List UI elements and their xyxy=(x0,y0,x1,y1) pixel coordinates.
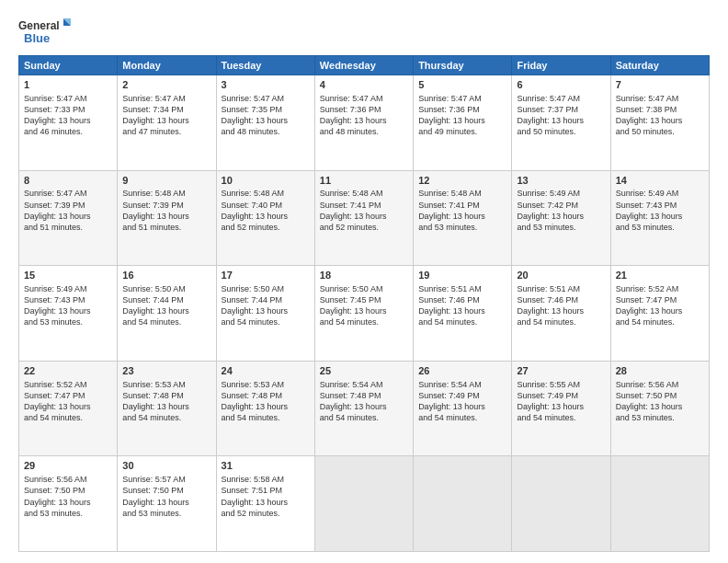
day-number: 16 xyxy=(122,269,210,282)
day-details: Sunrise: 5:50 AM Sunset: 7:44 PM Dayligh… xyxy=(222,283,310,328)
day-details: Sunrise: 5:47 AM Sunset: 7:36 PM Dayligh… xyxy=(320,93,408,138)
logo: General Blue xyxy=(18,15,74,50)
calendar-cell: 23Sunrise: 5:53 AM Sunset: 7:48 PM Dayli… xyxy=(118,361,216,456)
day-details: Sunrise: 5:50 AM Sunset: 7:45 PM Dayligh… xyxy=(320,283,408,328)
day-details: Sunrise: 5:48 AM Sunset: 7:39 PM Dayligh… xyxy=(122,188,210,233)
day-details: Sunrise: 5:54 AM Sunset: 7:48 PM Dayligh… xyxy=(320,379,408,424)
day-number: 18 xyxy=(320,269,408,282)
day-details: Sunrise: 5:47 AM Sunset: 7:37 PM Dayligh… xyxy=(517,93,605,138)
day-number: 25 xyxy=(320,364,408,378)
day-number: 7 xyxy=(616,78,704,92)
day-details: Sunrise: 5:58 AM Sunset: 7:51 PM Dayligh… xyxy=(222,474,310,519)
day-number: 15 xyxy=(24,269,112,282)
calendar-week-row: 8Sunrise: 5:47 AM Sunset: 7:39 PM Daylig… xyxy=(19,170,710,266)
calendar-cell: 20Sunrise: 5:51 AM Sunset: 7:46 PM Dayli… xyxy=(512,266,610,362)
day-number: 13 xyxy=(517,174,605,188)
calendar-cell: 4Sunrise: 5:47 AM Sunset: 7:36 PM Daylig… xyxy=(314,75,413,171)
calendar-day-header: Monday xyxy=(118,56,216,75)
day-details: Sunrise: 5:53 AM Sunset: 7:48 PM Dayligh… xyxy=(122,379,210,424)
header: General Blue xyxy=(18,15,710,50)
calendar-day-header: Friday xyxy=(512,56,610,75)
day-number: 3 xyxy=(222,78,310,92)
calendar-day-header: Tuesday xyxy=(216,56,314,75)
day-details: Sunrise: 5:52 AM Sunset: 7:47 PM Dayligh… xyxy=(616,283,704,328)
day-number: 8 xyxy=(24,174,112,188)
calendar-cell: 27Sunrise: 5:55 AM Sunset: 7:49 PM Dayli… xyxy=(512,361,610,456)
day-number: 19 xyxy=(418,269,506,282)
day-number: 17 xyxy=(222,269,310,282)
calendar-cell: 17Sunrise: 5:50 AM Sunset: 7:44 PM Dayli… xyxy=(216,266,314,362)
day-number: 29 xyxy=(24,459,112,473)
calendar-day-header: Wednesday xyxy=(314,56,413,75)
day-number: 21 xyxy=(616,269,704,282)
day-details: Sunrise: 5:50 AM Sunset: 7:44 PM Dayligh… xyxy=(122,283,210,328)
day-number: 6 xyxy=(517,78,605,92)
calendar-cell: 3Sunrise: 5:47 AM Sunset: 7:35 PM Daylig… xyxy=(216,75,314,171)
calendar-cell: 24Sunrise: 5:53 AM Sunset: 7:48 PM Dayli… xyxy=(216,361,314,456)
calendar-cell: 6Sunrise: 5:47 AM Sunset: 7:37 PM Daylig… xyxy=(512,75,610,171)
day-details: Sunrise: 5:47 AM Sunset: 7:38 PM Dayligh… xyxy=(616,93,704,138)
day-details: Sunrise: 5:47 AM Sunset: 7:35 PM Dayligh… xyxy=(222,93,310,138)
calendar-cell: 25Sunrise: 5:54 AM Sunset: 7:48 PM Dayli… xyxy=(314,361,413,456)
calendar-cell: 31Sunrise: 5:58 AM Sunset: 7:51 PM Dayli… xyxy=(216,456,314,552)
day-details: Sunrise: 5:48 AM Sunset: 7:41 PM Dayligh… xyxy=(320,188,408,233)
day-details: Sunrise: 5:51 AM Sunset: 7:46 PM Dayligh… xyxy=(517,283,605,328)
day-details: Sunrise: 5:57 AM Sunset: 7:50 PM Dayligh… xyxy=(122,474,210,519)
calendar-cell xyxy=(314,456,413,552)
calendar-cell xyxy=(512,456,610,552)
calendar-cell: 15Sunrise: 5:49 AM Sunset: 7:43 PM Dayli… xyxy=(19,266,118,362)
page: General Blue SundayMondayTuesdayWednesda… xyxy=(0,0,728,563)
day-number: 23 xyxy=(122,364,210,378)
calendar-cell: 26Sunrise: 5:54 AM Sunset: 7:49 PM Dayli… xyxy=(414,361,512,456)
calendar-cell: 11Sunrise: 5:48 AM Sunset: 7:41 PM Dayli… xyxy=(314,170,413,266)
day-number: 20 xyxy=(517,269,605,282)
svg-text:Blue: Blue xyxy=(24,31,50,45)
day-details: Sunrise: 5:49 AM Sunset: 7:42 PM Dayligh… xyxy=(517,188,605,233)
calendar-cell xyxy=(414,456,512,552)
day-details: Sunrise: 5:56 AM Sunset: 7:50 PM Dayligh… xyxy=(616,379,704,424)
day-details: Sunrise: 5:49 AM Sunset: 7:43 PM Dayligh… xyxy=(24,283,112,328)
calendar-week-row: 1Sunrise: 5:47 AM Sunset: 7:33 PM Daylig… xyxy=(19,75,710,171)
calendar-cell: 7Sunrise: 5:47 AM Sunset: 7:38 PM Daylig… xyxy=(610,75,709,171)
day-number: 26 xyxy=(418,364,506,378)
calendar-cell: 28Sunrise: 5:56 AM Sunset: 7:50 PM Dayli… xyxy=(610,361,709,456)
calendar-day-header: Thursday xyxy=(414,56,512,75)
day-number: 1 xyxy=(24,78,112,92)
calendar-cell: 14Sunrise: 5:49 AM Sunset: 7:43 PM Dayli… xyxy=(610,170,709,266)
day-details: Sunrise: 5:56 AM Sunset: 7:50 PM Dayligh… xyxy=(24,474,112,519)
day-details: Sunrise: 5:55 AM Sunset: 7:49 PM Dayligh… xyxy=(517,379,605,424)
calendar-table: SundayMondayTuesdayWednesdayThursdayFrid… xyxy=(18,55,710,552)
calendar-cell: 5Sunrise: 5:47 AM Sunset: 7:36 PM Daylig… xyxy=(414,75,512,171)
calendar-week-row: 15Sunrise: 5:49 AM Sunset: 7:43 PM Dayli… xyxy=(19,266,710,362)
day-details: Sunrise: 5:47 AM Sunset: 7:36 PM Dayligh… xyxy=(418,93,506,138)
calendar-cell: 13Sunrise: 5:49 AM Sunset: 7:42 PM Dayli… xyxy=(512,170,610,266)
day-details: Sunrise: 5:47 AM Sunset: 7:33 PM Dayligh… xyxy=(24,93,112,138)
day-details: Sunrise: 5:48 AM Sunset: 7:40 PM Dayligh… xyxy=(222,188,310,233)
day-number: 5 xyxy=(418,78,506,92)
day-number: 24 xyxy=(222,364,310,378)
calendar-day-header: Saturday xyxy=(610,56,709,75)
day-number: 27 xyxy=(517,364,605,378)
calendar-week-row: 22Sunrise: 5:52 AM Sunset: 7:47 PM Dayli… xyxy=(19,361,710,456)
calendar-cell: 16Sunrise: 5:50 AM Sunset: 7:44 PM Dayli… xyxy=(118,266,216,362)
calendar-cell: 12Sunrise: 5:48 AM Sunset: 7:41 PM Dayli… xyxy=(414,170,512,266)
calendar-cell: 29Sunrise: 5:56 AM Sunset: 7:50 PM Dayli… xyxy=(19,456,118,552)
calendar-cell: 1Sunrise: 5:47 AM Sunset: 7:33 PM Daylig… xyxy=(19,75,118,171)
day-number: 22 xyxy=(24,364,112,378)
calendar-week-row: 29Sunrise: 5:56 AM Sunset: 7:50 PM Dayli… xyxy=(19,456,710,552)
calendar-cell xyxy=(610,456,709,552)
calendar-cell: 2Sunrise: 5:47 AM Sunset: 7:34 PM Daylig… xyxy=(118,75,216,171)
day-number: 12 xyxy=(418,174,506,188)
calendar-cell: 19Sunrise: 5:51 AM Sunset: 7:46 PM Dayli… xyxy=(414,266,512,362)
day-number: 2 xyxy=(122,78,210,92)
calendar-cell: 30Sunrise: 5:57 AM Sunset: 7:50 PM Dayli… xyxy=(118,456,216,552)
day-number: 11 xyxy=(320,174,408,188)
day-details: Sunrise: 5:53 AM Sunset: 7:48 PM Dayligh… xyxy=(222,379,310,424)
day-number: 9 xyxy=(122,174,210,188)
day-number: 4 xyxy=(320,78,408,92)
svg-text:General: General xyxy=(18,19,60,32)
day-number: 28 xyxy=(616,364,704,378)
logo-svg: General Blue xyxy=(18,15,74,50)
day-number: 30 xyxy=(122,459,210,473)
day-details: Sunrise: 5:52 AM Sunset: 7:47 PM Dayligh… xyxy=(24,379,112,424)
